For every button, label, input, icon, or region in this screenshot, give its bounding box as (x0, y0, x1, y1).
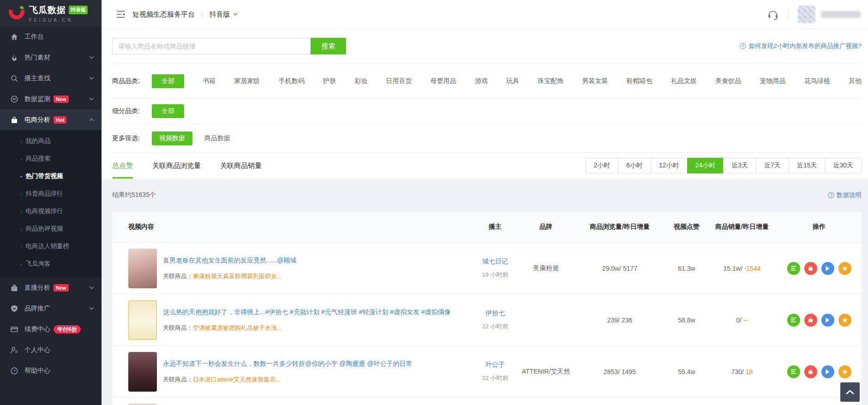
column-header: 商品浏览量/昨日增量 (574, 223, 666, 231)
time-filter-近15天[interactable]: 近15天 (789, 158, 826, 173)
product-bag-button[interactable] (804, 262, 817, 275)
subcategory-filter-label: 细分品类: (112, 107, 152, 115)
product-bag-button[interactable] (804, 365, 817, 378)
sidebar-subitem-商品搜索[interactable]: 商品搜索 (0, 150, 102, 167)
category-option[interactable]: 玩具 (506, 77, 519, 85)
sidebar-item-热门素材[interactable]: 热门素材 (0, 47, 102, 68)
time-filter-近3天[interactable]: 近3天 (723, 158, 756, 173)
favorite-button[interactable] (838, 262, 851, 275)
favorite-button[interactable] (838, 314, 851, 327)
associated-product-link[interactable]: 日本进口attenir艾天然迷致盈亮... (193, 376, 281, 383)
video-title-link[interactable]: 直男老板在其他女生面前的反应竟然......@顾城 (163, 256, 297, 265)
associated-product-link[interactable]: 美康粉黛天真蓝防晒霜乳面部女... (193, 273, 282, 280)
sidebar-subitem-我的商品[interactable]: 我的商品 (0, 132, 102, 150)
time-filter-6小时[interactable]: 6小时 (618, 158, 651, 173)
edition-switcher[interactable]: 抖音版 (210, 10, 238, 19)
category-option[interactable]: 书籍 (203, 77, 216, 85)
live-bag-icon (10, 284, 18, 292)
time-filter-12小时[interactable]: 12小时 (651, 158, 688, 173)
video-data-button[interactable] (787, 365, 800, 378)
tab-关联商品销量[interactable]: 关联商品销量 (220, 153, 262, 179)
tab-总点赞[interactable]: 总点赞 (112, 153, 133, 179)
sidebar-subitem-热门带货视频[interactable]: 热门带货视频 (0, 167, 102, 185)
play-video-button[interactable] (821, 262, 834, 275)
time-filter-2小时[interactable]: 2小时 (586, 158, 619, 173)
author-name-link[interactable]: 伊拾七 (472, 309, 518, 317)
sidebar-item-工作台[interactable]: 工作台 (0, 26, 102, 47)
product-bag-button[interactable] (804, 314, 817, 327)
likes-cell: 55.4w (666, 368, 707, 375)
play-video-button[interactable] (821, 365, 834, 378)
sidebar-item-帮助中心[interactable]: ?帮助中心 (0, 360, 102, 381)
more-filter-option[interactable]: 商品数据 (204, 134, 230, 143)
user-avatar[interactable] (798, 6, 815, 23)
sidebar-subitem-电商达人销量榜[interactable]: 电商达人销量榜 (0, 238, 102, 255)
subcategory-all-button[interactable]: 全部 (152, 104, 184, 118)
menu-fold-icon[interactable] (116, 10, 125, 18)
category-option[interactable]: 宠物用品 (760, 77, 786, 85)
sidebar-nav-bottom: 直播分析New品牌推广续费中心年付6折个人中心?帮助中心 (0, 277, 102, 381)
search-button[interactable]: 搜索 (311, 38, 346, 54)
category-option[interactable]: 家居家纺 (234, 77, 260, 85)
time-filter-近30天[interactable]: 近30天 (825, 158, 862, 173)
category-option[interactable]: 鞋帽箱包 (627, 77, 652, 85)
category-option[interactable]: 游戏 (475, 77, 488, 85)
sidebar-item-续费中心[interactable]: 续费中心年付6折 (0, 319, 102, 339)
results-section: 结果约51635个 ? 数据说明 视频内容播主品牌商品浏览量/昨日增量视频点赞商… (102, 179, 868, 405)
time-filter-近7天[interactable]: 近7天 (756, 158, 789, 173)
category-option[interactable]: 母婴用品 (431, 77, 456, 85)
customer-service-icon[interactable] (767, 8, 779, 20)
sidebar-item-电商分析[interactable]: 电商分析Hot (0, 109, 102, 130)
search-input[interactable] (112, 38, 311, 54)
help-link[interactable]: ? 如何发现2小时内新发布的商品推广视频? (740, 42, 862, 50)
category-option[interactable]: 彩妆 (354, 77, 367, 85)
video-thumbnail[interactable] (128, 404, 157, 405)
sidebar-item-数据监测[interactable]: 数据监测New (0, 89, 102, 109)
associated-product-label: 关联商品： (163, 376, 193, 383)
data-note-link[interactable]: ? 数据说明 (828, 191, 862, 199)
more-filter-option[interactable]: 视频数据 (152, 131, 192, 145)
user-name-blurred[interactable] (821, 11, 861, 18)
category-option[interactable]: 其他 (849, 77, 862, 85)
category-option[interactable]: 护肤 (323, 77, 336, 85)
category-option[interactable]: 男装女装 (582, 77, 608, 85)
author-name-link[interactable]: 城七日记 (472, 257, 518, 266)
sidebar-subitem-飞瓜淘客[interactable]: 飞瓜淘客 (0, 255, 102, 273)
category-option[interactable]: 日用百货 (386, 77, 412, 85)
video-thumbnail[interactable] (128, 249, 157, 288)
sidebar-subitem-电商视频排行[interactable]: 电商视频排行 (0, 202, 102, 220)
category-option[interactable]: 手机数码 (279, 77, 305, 85)
question-circle-icon: ? (740, 43, 746, 49)
back-to-top-button[interactable] (840, 382, 860, 402)
video-text: 永远不知道下一秒会发生什么，数数一共多少转折@你的小宇 @陶鹿鹿 @叶公子的日常… (163, 360, 412, 384)
sidebar-item-label: 热门素材 (24, 54, 50, 62)
video-data-button[interactable] (787, 314, 800, 327)
favorite-button[interactable] (838, 365, 851, 378)
category-option[interactable]: 美食饮品 (715, 77, 741, 85)
sidebar-item-品牌推广[interactable]: 品牌推广 (0, 298, 102, 319)
author-name-link[interactable]: 叶公子 (472, 361, 518, 369)
sidebar-subitem-商品热评视频[interactable]: 商品热评视频 (0, 220, 102, 238)
sales-delta: -- (743, 316, 748, 324)
category-option[interactable]: 礼品文娱 (671, 77, 697, 85)
category-option[interactable]: 花鸟绿植 (804, 77, 830, 85)
sidebar-item-个人中心[interactable]: 个人中心 (0, 339, 102, 360)
time-filter-24小时[interactable]: 24小时 (687, 158, 724, 173)
sidebar-item-直播分析[interactable]: 直播分析New (0, 277, 102, 298)
chevron-down-icon (89, 77, 94, 80)
category-option[interactable]: 全部 (152, 74, 184, 88)
sidebar: 飞瓜数据 抖音版 FEIGUA.CN 工作台热门素材播主查找数据监测New电商分… (0, 0, 102, 405)
sidebar-item-播主查找[interactable]: 播主查找 (0, 68, 102, 89)
tab-关联商品浏览量[interactable]: 关联商品浏览量 (152, 153, 201, 179)
bag-icon (10, 116, 18, 124)
play-video-button[interactable] (821, 314, 834, 327)
associated-product-link[interactable]: 空调被夏凉被团购礼品被子水洗... (193, 324, 282, 331)
video-thumbnail[interactable] (128, 352, 157, 392)
video-title-link[interactable]: 永远不知道下一秒会发生什么，数数一共多少转折@你的小宇 @陶鹿鹿 @叶公子的日常 (163, 360, 412, 368)
category-option[interactable]: 珠宝配饰 (538, 77, 563, 85)
sidebar-subitem-抖音商品排行[interactable]: 抖音商品排行 (0, 185, 102, 202)
video-thumbnail[interactable] (128, 300, 157, 340)
video-data-button[interactable] (787, 262, 800, 275)
logo[interactable]: 飞瓜数据 抖音版 FEIGUA.CN (0, 0, 102, 26)
video-title-link[interactable]: 这么热的天抱抱就好了，非得骑上...#伊拾七 #充能计划 #元气轻漫班 #轻漫计… (163, 308, 451, 316)
